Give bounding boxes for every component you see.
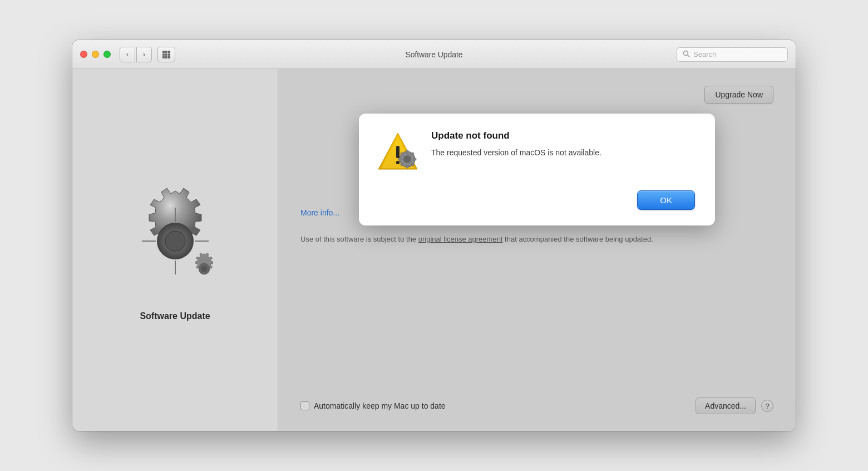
svg-rect-18 bbox=[413, 158, 416, 160]
nav-buttons: ‹ › bbox=[120, 47, 152, 62]
forward-button[interactable]: › bbox=[136, 47, 152, 62]
ok-button[interactable]: OK bbox=[637, 190, 695, 210]
warning-icon bbox=[376, 130, 420, 175]
modal-text: Update not found The requested version o… bbox=[431, 130, 695, 159]
grid-icon bbox=[162, 51, 170, 58]
grid-view-button[interactable] bbox=[157, 47, 175, 62]
left-panel-label: Software Update bbox=[140, 311, 210, 321]
svg-rect-12 bbox=[396, 146, 400, 158]
svg-point-9 bbox=[201, 266, 207, 272]
main-content: Software Update Upgrade Now More info...… bbox=[72, 69, 796, 431]
alert-dialog: Update not found The requested version o… bbox=[359, 114, 715, 225]
search-icon bbox=[683, 50, 690, 59]
right-panel: Upgrade Now More info... Use of this sof… bbox=[278, 69, 796, 431]
modal-buttons: OK bbox=[376, 190, 695, 210]
svg-line-1 bbox=[688, 55, 690, 57]
svg-rect-19 bbox=[398, 158, 401, 160]
search-box[interactable]: Search bbox=[677, 47, 788, 62]
fullscreen-button[interactable] bbox=[103, 51, 111, 58]
main-window: ‹ › Software Update Search bbox=[72, 40, 796, 431]
svg-rect-13 bbox=[396, 161, 400, 164]
window-title: Software Update bbox=[406, 50, 463, 59]
svg-rect-16 bbox=[406, 150, 408, 153]
back-button[interactable]: ‹ bbox=[120, 47, 135, 62]
titlebar: ‹ › Software Update Search bbox=[72, 40, 796, 69]
close-button[interactable] bbox=[80, 51, 87, 58]
search-placeholder: Search bbox=[693, 50, 716, 58]
software-update-icon bbox=[114, 179, 236, 301]
minimize-button[interactable] bbox=[92, 51, 99, 58]
modal-overlay: Update not found The requested version o… bbox=[278, 69, 796, 431]
modal-message: The requested version of macOS is not av… bbox=[431, 147, 695, 159]
modal-top: Update not found The requested version o… bbox=[376, 130, 695, 175]
svg-rect-17 bbox=[406, 165, 408, 168]
traffic-lights bbox=[80, 51, 111, 58]
svg-point-15 bbox=[403, 155, 411, 163]
modal-title: Update not found bbox=[431, 130, 695, 141]
svg-point-3 bbox=[165, 231, 185, 251]
left-panel: Software Update bbox=[72, 69, 278, 431]
